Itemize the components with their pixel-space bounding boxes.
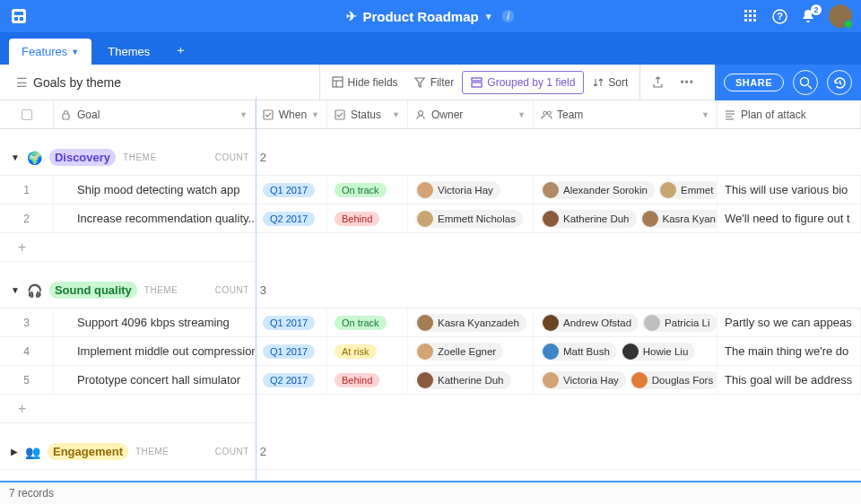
sort-icon	[592, 76, 604, 88]
svg-point-26	[544, 111, 547, 115]
owner-chip[interactable]: Katherine Duh	[415, 371, 511, 389]
select-icon	[335, 109, 346, 120]
status-cell[interactable]: On track	[327, 308, 408, 336]
team-cell[interactable]: Alexander SorokinEmmet	[534, 176, 718, 204]
group-header[interactable]: ▼ 🎧 Sound quality THEME COUNT 3	[0, 273, 861, 308]
status-cell[interactable]: Behind	[327, 204, 408, 232]
goal-cell[interactable]: Support 4096 kbps streaming	[54, 308, 256, 336]
table-row[interactable]: 2 Increase recommendation quality... Q2 …	[0, 204, 861, 233]
apps-grid-icon[interactable]	[743, 8, 759, 24]
search-button[interactable]	[793, 70, 818, 95]
info-icon[interactable]: i	[502, 10, 515, 22]
table-row[interactable]: 1 Ship mood detecting watch app Q1 2017 …	[0, 176, 861, 204]
more-options-button[interactable]: •••	[672, 72, 702, 93]
history-button[interactable]	[827, 70, 852, 95]
team-cell[interactable]: Andrew OfstadPatricia Li	[534, 308, 718, 336]
plan-cell[interactable]: Partly so we can appeas	[718, 308, 861, 336]
plan-cell[interactable]: This will use various bio	[718, 176, 861, 204]
user-avatar[interactable]	[829, 4, 852, 28]
topbar-header: ✈ Product Roadmap ▼ i ? 2	[0, 0, 861, 32]
team-chip[interactable]: Patricia Li	[642, 314, 718, 332]
goal-cell[interactable]: Increase recommendation quality...	[54, 204, 256, 232]
status-cell[interactable]: Behind	[327, 366, 408, 394]
count-label: COUNT	[215, 447, 249, 456]
owner-chip[interactable]: Kasra Kyanzadeh	[415, 314, 526, 332]
column-team[interactable]: Team▼	[534, 100, 718, 128]
tab-themes[interactable]: Themes	[95, 39, 162, 65]
app-logo-icon[interactable]	[9, 6, 29, 26]
svg-rect-2	[14, 17, 18, 21]
owner-chip[interactable]: Zoelle Egner	[415, 343, 503, 361]
team-chip[interactable]: Katherine Duh	[541, 210, 637, 228]
group-name: Discovery	[49, 149, 116, 166]
owner-cell[interactable]: Emmett Nicholas	[408, 204, 534, 232]
select-all-column[interactable]	[0, 100, 54, 128]
owner-cell[interactable]: Zoelle Egner	[408, 337, 534, 365]
when-cell[interactable]: Q2 2017	[256, 366, 327, 394]
goal-cell[interactable]: Ship mood detecting watch app	[54, 176, 256, 204]
owner-cell[interactable]: Katherine Duh	[408, 366, 534, 394]
when-cell[interactable]: Q1 2017	[256, 176, 327, 204]
column-status[interactable]: Status▼	[327, 100, 408, 128]
owner-cell[interactable]: Kasra Kyanzadeh	[408, 308, 534, 336]
column-owner[interactable]: Owner▼	[408, 100, 534, 128]
team-chip[interactable]: Matt Bush	[541, 343, 617, 361]
notifications-icon[interactable]: 2	[800, 8, 816, 24]
team-chip[interactable]: Alexander Sorokin	[541, 181, 655, 199]
team-cell[interactable]: Victoria HayDouglas Fors	[534, 366, 718, 394]
filter-button[interactable]: Filter	[406, 72, 463, 93]
row-number: 4	[0, 337, 54, 365]
hide-fields-button[interactable]: Hide fields	[324, 72, 406, 93]
owner-chip[interactable]: Victoria Hay	[415, 181, 500, 199]
team-cell[interactable]: Katherine DuhKasra Kyan	[534, 204, 718, 232]
table-row[interactable]: 5 Prototype concert hall simulator Q2 20…	[0, 366, 861, 395]
status-cell[interactable]: At risk	[327, 337, 408, 365]
plan-cell[interactable]: We'll need to figure out t	[718, 204, 861, 232]
table-row[interactable]: 3 Support 4096 kbps streaming Q1 2017 On…	[0, 308, 861, 337]
when-cell[interactable]: Q1 2017	[256, 337, 327, 365]
goal-cell[interactable]: Implement middle out compression	[54, 337, 256, 365]
status-cell[interactable]: On track	[327, 176, 408, 204]
column-goal[interactable]: Goal▼	[54, 100, 256, 128]
group-header[interactable]: ▼ 🌍 Discovery THEME COUNT 2	[0, 140, 861, 176]
team-chip[interactable]: Howie Liu	[621, 343, 696, 361]
view-switcher[interactable]: ☰ Goals by theme	[9, 72, 128, 93]
group-button[interactable]: Grouped by 1 field	[462, 71, 584, 94]
export-button[interactable]	[644, 72, 672, 92]
team-chip[interactable]: Andrew Ofstad	[541, 314, 639, 332]
team-chip[interactable]: Victoria Hay	[541, 371, 626, 389]
svg-text:?: ?	[777, 11, 783, 22]
tab-features[interactable]: Features▼	[9, 39, 91, 65]
team-cell[interactable]: Matt BushHowie Liu	[534, 337, 718, 365]
owner-chip[interactable]: Emmett Nicholas	[415, 210, 523, 228]
owner-cell[interactable]: Victoria Hay	[408, 176, 534, 204]
team-chip[interactable]: Emmet	[658, 181, 718, 199]
add-tab-button[interactable]: ＋	[166, 36, 196, 65]
column-plan[interactable]: Plan of attack	[718, 100, 861, 128]
table-row[interactable]: 4 Implement middle out compression Q1 20…	[0, 337, 861, 366]
svg-rect-5	[749, 10, 752, 13]
team-chip[interactable]: Kasra Kyan	[640, 210, 718, 228]
chevron-down-icon: ▼	[484, 12, 493, 22]
plan-cell[interactable]: The main thing we're do	[718, 337, 861, 365]
people-icon	[541, 109, 552, 120]
column-when[interactable]: When▼	[256, 100, 327, 128]
help-icon[interactable]: ?	[771, 8, 787, 24]
share-button[interactable]: SHARE	[724, 74, 784, 91]
filter-icon	[414, 76, 426, 88]
row-number: 5	[0, 366, 54, 394]
plan-cell[interactable]: This goal will be address	[718, 366, 861, 394]
sort-button[interactable]: Sort	[584, 72, 636, 93]
svg-rect-0	[12, 9, 26, 23]
base-title[interactable]: ✈ Product Roadmap ▼ i	[346, 9, 514, 24]
menu-icon: ☰	[16, 75, 28, 90]
group-header[interactable]: ▶ 👥 Engagement THEME COUNT 2	[0, 434, 861, 470]
svg-rect-12	[753, 19, 756, 22]
add-row-button[interactable]: +	[0, 233, 256, 262]
team-chip[interactable]: Douglas Fors	[630, 371, 718, 389]
goal-cell[interactable]: Prototype concert hall simulator	[54, 366, 256, 394]
when-cell[interactable]: Q2 2017	[256, 204, 327, 232]
add-row-button[interactable]: +	[0, 395, 256, 423]
svg-point-27	[547, 111, 551, 115]
when-cell[interactable]: Q1 2017	[256, 308, 327, 336]
